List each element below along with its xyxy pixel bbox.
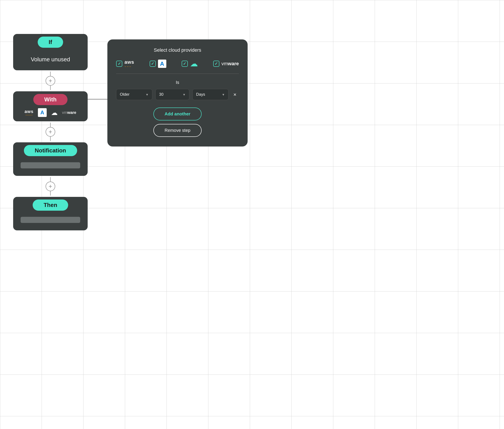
- vmware-checkbox[interactable]: [213, 61, 219, 67]
- add-another-button[interactable]: Add another: [153, 107, 202, 121]
- unit-dropdown[interactable]: Days ▼: [192, 89, 229, 100]
- flow-panel: If Volume unused + With aws ——— A: [13, 34, 88, 230]
- number-arrow: ▼: [182, 93, 186, 96]
- aws-logo-small: aws ———: [25, 109, 34, 116]
- then-badge[interactable]: Then: [33, 200, 68, 211]
- line-2: [50, 123, 51, 127]
- connector-2: +: [45, 123, 55, 141]
- unit-value: Days: [196, 92, 205, 97]
- provider-azure[interactable]: A: [150, 60, 166, 68]
- provider-gcp[interactable]: ☁: [182, 59, 198, 68]
- add-circle-1[interactable]: +: [45, 76, 55, 86]
- gcp-cloud-icon: ☁: [190, 59, 198, 68]
- aws-underline: ⌣⌣⌣: [125, 65, 132, 68]
- gcp-checkbox[interactable]: [182, 61, 188, 67]
- aws-checkbox[interactable]: [116, 61, 122, 67]
- if-badge[interactable]: If: [38, 36, 63, 48]
- gcp-logo-small: ☁: [51, 109, 58, 116]
- connector-1: +: [45, 72, 55, 90]
- dropdowns-row: Older ▼ 30 ▼ Days ▼ ×: [116, 89, 239, 100]
- providers-row: aws ⌣⌣⌣ A ☁ vmware: [116, 59, 239, 74]
- provider-aws[interactable]: aws ⌣⌣⌣: [116, 60, 134, 68]
- line-1: [50, 72, 51, 76]
- with-logos: aws ——— A ☁ vmware: [13, 105, 88, 121]
- aws-text: aws: [125, 60, 134, 65]
- is-label: Is: [116, 80, 239, 85]
- then-bar: [21, 217, 80, 223]
- provider-vmware[interactable]: vmware: [213, 61, 239, 67]
- connector-3: +: [45, 177, 55, 196]
- cloud-provider-panel: Select cloud providers aws ⌣⌣⌣ A ☁: [107, 39, 248, 147]
- notification-bar: [21, 162, 80, 168]
- if-content: Volume unused: [18, 52, 82, 65]
- number-value: 30: [159, 92, 163, 97]
- older-arrow: ▼: [145, 93, 149, 96]
- add-circle-2[interactable]: +: [45, 127, 55, 137]
- line-3: [50, 177, 51, 182]
- line-3b: [50, 191, 51, 196]
- horizontal-connector: [88, 99, 107, 99]
- with-node: With aws ——— A ☁ vmware: [13, 91, 88, 121]
- older-value: Older: [120, 92, 129, 97]
- with-badge[interactable]: With: [33, 94, 67, 105]
- azure-a-icon: A: [160, 61, 164, 67]
- panel-title: Select cloud providers: [116, 47, 239, 53]
- then-node: Then: [13, 197, 88, 230]
- vmware-text: vmware: [222, 61, 239, 67]
- line-1b: [50, 86, 51, 90]
- notification-badge[interactable]: Notification: [24, 145, 77, 156]
- azure-checkbox[interactable]: [150, 61, 156, 67]
- number-dropdown[interactable]: 30 ▼: [155, 89, 189, 100]
- if-node: If Volume unused: [13, 34, 88, 70]
- notification-node: Notification: [13, 142, 88, 176]
- line-2b: [50, 137, 51, 141]
- add-circle-3[interactable]: +: [45, 182, 55, 191]
- close-button[interactable]: ×: [232, 90, 238, 99]
- unit-arrow: ▼: [222, 93, 225, 96]
- older-dropdown[interactable]: Older ▼: [116, 89, 152, 100]
- vmware-logo-small: vmware: [62, 110, 76, 115]
- remove-step-button[interactable]: Remove step: [153, 124, 202, 137]
- azure-logo-small: A: [38, 108, 47, 117]
